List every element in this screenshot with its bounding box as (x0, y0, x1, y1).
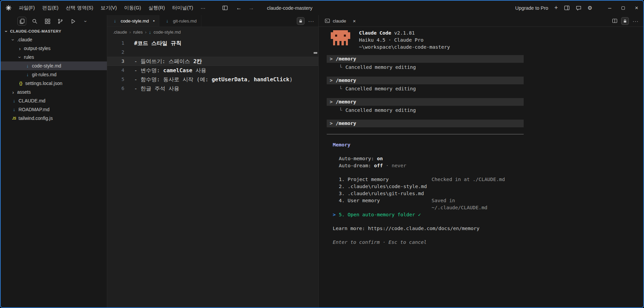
chat-icon[interactable] (576, 5, 581, 11)
breadcrumb-item[interactable]: code-style.md (154, 30, 181, 35)
memory-item-5[interactable]: >5. Open auto-memory folder ✓ (333, 211, 524, 218)
learn-more-link[interactable]: Learn more: https://code.claude.com/docs… (333, 225, 643, 232)
minimize-button[interactable]: – (603, 1, 616, 15)
menu-item-g[interactable]: 이동(G) (121, 1, 145, 15)
chevron-down-icon[interactable]: › (81, 17, 90, 26)
menu-item-t[interactable]: 터미널(T) (169, 1, 197, 15)
markdown-file-icon: ↓ (112, 18, 118, 24)
panel-layout-icon[interactable] (564, 5, 570, 11)
markdown-file-icon: ↓ (24, 72, 31, 77)
line-number: 3 (107, 57, 124, 66)
memory-title: Memory (333, 141, 643, 148)
scrollbar-marker[interactable] (314, 52, 317, 54)
code-line-6[interactable]: 6- 한글 주석 사용 (107, 84, 318, 93)
modified-dot-icon[interactable]: ● (153, 19, 155, 23)
tree-item-label: output-styles (24, 46, 50, 51)
tree-item-label: code-style.md (32, 63, 61, 69)
settings-gear-icon[interactable]: ⚙ (588, 5, 592, 11)
tree-item-label: git-rules.md (32, 72, 56, 77)
memory-item-label: Project memory (348, 177, 389, 182)
memory-item-1[interactable]: 1. Project memoryChecked in at ./CLAUDE.… (333, 176, 524, 183)
new-window-icon[interactable]: + (554, 4, 558, 11)
line-number: 6 (107, 84, 124, 93)
claude-code-header: Claude Code v2.1.81 Haiku 4.5 · Claude P… (327, 30, 643, 51)
code-line-4[interactable]: 4- 변수명: camelCase 사용 (107, 66, 318, 75)
memory-item-note: Checked in at ./CLAUDE.md (432, 176, 505, 183)
auto-setting-row: Auto-dream: off · never (333, 162, 643, 169)
claude-code-info: Claude Code v2.1.81 Haiku 4.5 · Claude P… (359, 30, 450, 51)
maximize-button[interactable] (616, 1, 630, 15)
source-control-icon[interactable] (56, 17, 65, 26)
close-button[interactable]: × (630, 1, 643, 15)
auto-setting-label: Auto-memory: (339, 156, 374, 161)
command-text: /memory (336, 99, 356, 104)
code-line-3[interactable]: 3- 들여쓰기: 스페이스 2칸 (107, 57, 318, 66)
tree-item-settings-local-json[interactable]: {}settings.local.json (1, 79, 107, 88)
explorer-icon[interactable] (17, 17, 26, 26)
tab-git-rules-md[interactable]: ↓ git-rules.md (159, 15, 201, 27)
code-line-1[interactable]: 1#코드 스타일 규칙 (107, 39, 318, 48)
window-title: claude-code-mastery (267, 5, 312, 11)
lock-icon[interactable] (621, 17, 629, 25)
tab-label: code-style.md (121, 18, 149, 24)
tree-item-output-styles[interactable]: ›output-styles (1, 44, 107, 53)
menu-item-s[interactable]: 선택 영역(S) (62, 1, 97, 15)
close-terminal-icon[interactable]: × (353, 18, 356, 24)
menu-item-r[interactable]: 실행(R) (145, 1, 169, 15)
command-text: /memory (336, 78, 356, 83)
forward-icon[interactable]: → (248, 5, 254, 11)
menu-item-7[interactable]: ··· (197, 1, 209, 15)
tree-item-git-rules-md[interactable]: ↓git-rules.md (1, 70, 107, 79)
tree-item-code-style-md[interactable]: ↓code-style.md (1, 61, 107, 70)
breadcrumb: .claude › rules › ↓ code-style.md (107, 27, 318, 37)
command-text: /memory (336, 121, 356, 126)
more-actions-icon[interactable]: ··· (308, 18, 314, 24)
search-icon[interactable] (30, 17, 39, 26)
code-line-2[interactable]: 2 (107, 48, 318, 57)
tree-item-claude[interactable]: ›.claude (1, 35, 107, 44)
command-result: └Cancelled memory editing (339, 85, 643, 92)
terminal-body[interactable]: Claude Code v2.1.81 Haiku 4.5 · Claude P… (319, 27, 643, 307)
explorer-root[interactable]: › CLAUDE-CODE-MASTERY (1, 27, 107, 35)
terminal-tabbar: claude × ··· (319, 15, 643, 27)
extensions-icon[interactable] (43, 17, 52, 26)
result-text: Cancelled memory editing (346, 86, 416, 91)
code-area[interactable]: 1#코드 스타일 규칙23- 들여쓰기: 스페이스 2칸4- 변수명: came… (107, 37, 318, 93)
root-chevron-icon: › (4, 28, 9, 34)
split-editor-icon[interactable] (612, 18, 617, 24)
lock-icon[interactable] (297, 17, 305, 25)
tree-item-label: settings.local.json (25, 81, 63, 86)
workbench: › › CLAUDE-CODE-MASTERY ›.claude›output-… (1, 15, 643, 307)
menu-item-f[interactable]: 파일(F) (15, 1, 39, 15)
memory-item-3[interactable]: 3. .claude\rules\git-rules.md (333, 190, 524, 197)
command-result: └Cancelled memory editing (339, 64, 643, 71)
window-controls: – × (603, 1, 643, 15)
toggle-sidebar-icon[interactable] (220, 4, 229, 12)
menu-item-e[interactable]: 편집(E) (39, 1, 62, 15)
tree-item-assets[interactable]: ›assets (1, 88, 107, 96)
prompt-icon: > (330, 121, 333, 126)
menu-item-v[interactable]: 보기(V) (97, 1, 120, 15)
markdown-file-icon: ↓ (24, 63, 31, 69)
memory-item-2[interactable]: 2. .claude\rules\code-style.md (333, 183, 524, 190)
code-line-5[interactable]: 5- 함수명: 동사로 시작 (예: getUserData, handleCl… (107, 75, 318, 84)
markdown-file-icon: ↓ (149, 30, 151, 35)
run-debug-icon[interactable] (69, 17, 77, 26)
command-bar: >/memory (327, 55, 524, 63)
terminal-tab-claude[interactable]: claude × (323, 18, 357, 24)
breadcrumb-item[interactable]: rules (133, 30, 143, 35)
breadcrumb-item[interactable]: .claude (113, 30, 127, 35)
line-number: 4 (107, 66, 124, 75)
back-icon[interactable]: ← (236, 5, 242, 11)
memory-item-4[interactable]: 4. User memorySaved in (333, 197, 524, 204)
tree-item-rules[interactable]: ›rules (1, 53, 107, 61)
more-actions-icon[interactable]: ··· (633, 18, 639, 24)
terminal-actions: ··· (612, 17, 643, 25)
tree-item-tailwind-config-js[interactable]: JStailwind.config.js (1, 114, 107, 123)
upgrade-to-pro-button[interactable]: Upgrade to Pro (515, 5, 548, 11)
tree-item-claude-md[interactable]: ↓CLAUDE.md (1, 96, 107, 105)
memory-item-number: 1. (339, 177, 345, 182)
tab-code-style-md[interactable]: ↓ code-style.md ● (107, 15, 159, 27)
terminal-panel: claude × ··· (318, 15, 643, 307)
tree-item-roadmap-md[interactable]: ↓ROADMAP.md (1, 105, 107, 114)
